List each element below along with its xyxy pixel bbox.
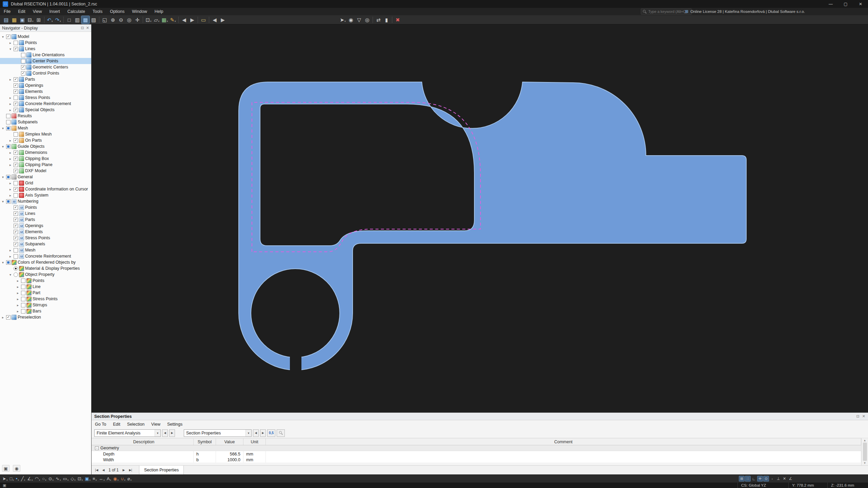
tree-row[interactable]: ▸ Concrete Reinforcement [0,253,91,259]
tree-row[interactable]: Results [0,113,91,119]
tree-checkbox[interactable]: ✓ [14,230,18,234]
maximize-button[interactable]: ▢ [838,0,853,8]
chevron-down-icon[interactable]: ▾ [96,479,97,482]
reinforcement-button[interactable]: ◉ ▾ [112,475,120,482]
stirrup-button[interactable]: ∪ ▾ [120,475,126,482]
save-model-button[interactable]: ▣ [18,16,26,24]
ruler-button[interactable]: ▭ [199,16,208,24]
tree-expand-arrow[interactable]: ▸ [8,181,13,185]
chevron-down-icon[interactable]: ▾ [39,479,40,482]
tree-row[interactable]: ▾ Colors of Rendered Objects by [0,259,91,265]
tree-row[interactable]: ▾ Mesh [0,125,91,131]
tree-row[interactable]: ▸ ✓ Coordinate Information on Cursor [0,186,91,192]
tree-row[interactable]: ✓ Lines [0,210,91,217]
search-input[interactable] [648,9,689,14]
sp-menu-goto[interactable]: Go To [92,422,110,427]
tree-row[interactable]: ▸ ✓ Parts [0,76,91,82]
tree-expand-arrow[interactable]: ▸ [8,248,13,252]
menu-window[interactable]: Window [128,8,151,15]
menu-insert[interactable]: Insert [46,8,64,15]
tree-expand-arrow[interactable]: ▾ [1,126,5,130]
tree-checkbox[interactable]: ✓ [14,47,18,51]
cell-value[interactable]: 1000.0 [216,457,243,463]
tree-checkbox[interactable]: ✓ [14,102,18,106]
snap-settings-button[interactable]: ⊡ ▾ [144,16,153,24]
tree-checkbox[interactable] [21,291,25,295]
new-model-button[interactable]: ▤ [2,16,10,24]
arc-button[interactable]: ◠ ▾ [34,475,41,482]
select-button[interactable]: ➤ ▾ [1,475,8,482]
chevron-down-icon[interactable]: ▾ [155,430,160,436]
tree-row[interactable]: ✓ Subpanels [0,241,91,247]
table-row[interactable]: Width b 1000.0 mm [92,457,861,463]
line-grid-button[interactable]: ▦ ▾ [161,16,169,24]
select-special-button[interactable]: ➤ ▾ [339,16,347,24]
tree-checkbox[interactable] [14,193,18,198]
tree-row[interactable]: Simplex Mesh [0,131,91,137]
view-solid-button[interactable]: ▩ [81,16,90,24]
model-viewport[interactable] [92,24,868,412]
tree-checkbox[interactable]: ✓ [14,138,18,143]
tree-checkbox[interactable]: ✓ [21,71,25,76]
tree-expand-arrow[interactable]: ▸ [16,297,20,301]
chevron-down-icon[interactable]: ▾ [117,479,119,482]
menu-options[interactable]: Options [106,8,128,15]
view-transparent-button[interactable]: ▨ [90,16,98,24]
close-button[interactable]: ✕ [853,0,868,8]
tree-checkbox[interactable] [6,126,11,130]
first-page-button[interactable]: |◀ [94,467,100,473]
chevron-down-icon[interactable]: ▾ [60,20,61,24]
table-search-button[interactable] [277,429,285,437]
tree-checkbox[interactable] [14,254,18,259]
tree-row[interactable]: ▸ Axis System [0,192,91,198]
display-views-button[interactable]: ◉ [13,465,20,472]
open-model-button[interactable]: ▦ [10,16,18,24]
sp-menu-selection[interactable]: Selection [124,422,148,427]
zoom-window-button[interactable]: ◱ [101,16,109,24]
tree-expand-arrow[interactable]: ▸ [8,187,13,191]
scroll-up-icon[interactable]: ▲ [864,439,866,442]
tree-row[interactable]: ▸ ✓ Special Objects [0,107,91,113]
tree-row[interactable]: ✓ Control Points [0,70,91,76]
tree-expand-arrow[interactable]: ▾ [1,35,5,39]
pen-settings-button[interactable]: ✎ ▾ [169,16,177,24]
tree-row[interactable]: ▾ Numbering [0,198,91,204]
perpendicular-snap-toggle[interactable]: ⊥ [775,476,781,482]
tree-checkbox[interactable]: ✓ [14,150,18,155]
tree-row[interactable]: ▸ ✓ Clipping Box [0,156,91,162]
menu-file[interactable]: File [0,8,14,15]
tree-expand-arrow[interactable]: ▾ [1,175,5,179]
tree-checkbox[interactable]: ✓ [21,65,25,69]
intersection-snap-toggle[interactable]: ✕ [782,476,787,482]
tree-row[interactable]: ▸ Points [0,278,91,284]
scrollbar-thumb[interactable] [863,443,867,461]
panels-button[interactable]: ▣ [2,465,9,472]
pan-button[interactable]: ✛ [133,16,141,24]
tree-radio[interactable] [14,266,18,271]
tree-row[interactable]: ▸ Part [0,290,91,296]
keyword-search-box[interactable] [641,8,692,15]
tree-expand-arrow[interactable]: ▸ [1,316,5,319]
nav-forward-button[interactable]: ▶ [188,16,196,24]
dimension-button[interactable]: ↔ ▾ [98,475,106,482]
tree-expand-arrow[interactable]: ▾ [1,145,5,148]
tree-checkbox[interactable] [21,285,25,289]
polyline-button[interactable]: ∠ ▾ [26,475,34,482]
tab-section-properties[interactable]: Section Properties [139,466,184,474]
collapse-group-icon[interactable]: − [95,446,99,450]
tree-expand-arrow[interactable]: ▸ [16,303,20,307]
navigator-float-icon[interactable]: ⊡ [81,26,84,30]
print-button[interactable]: ⊟ ▾ [26,16,35,24]
tree-checkbox[interactable] [14,132,18,137]
tree-expand-arrow[interactable]: ▸ [16,291,20,295]
tree-checkbox[interactable] [21,279,25,283]
menu-help[interactable]: Help [151,8,167,15]
nav-back-button[interactable]: ◀ [180,16,188,24]
ortho-toggle[interactable]: ∟ [751,476,757,482]
zoom-in-button[interactable]: ⊕ [109,16,117,24]
history-back-button[interactable]: ◀ [211,16,219,24]
chevron-down-icon[interactable]: ▾ [158,20,160,24]
tree-row[interactable]: ✓ Geometric Centers [0,64,91,70]
minimize-button[interactable]: — [823,0,838,8]
table-group-row[interactable]: − Geometry [92,445,861,451]
